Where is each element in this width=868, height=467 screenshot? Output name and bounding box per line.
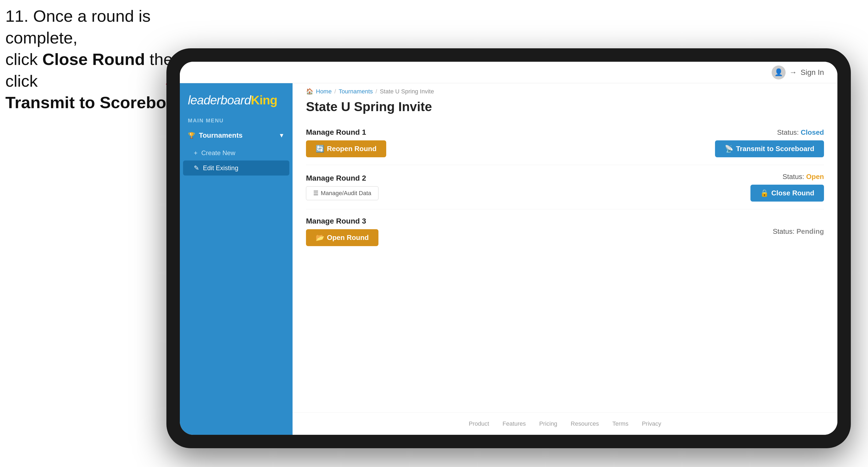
chevron-down-icon: ▼ (279, 132, 284, 139)
reopen-round-label: Reopen Round (327, 145, 377, 153)
sign-in-label[interactable]: Sign In (801, 68, 824, 77)
breadcrumb-current: State U Spring Invite (380, 88, 434, 95)
plus-icon: + (194, 149, 197, 157)
instruction-bold1: Close Round (42, 50, 145, 68)
breadcrumb-sep-2: / (375, 88, 377, 95)
breadcrumb-sep-1: / (334, 88, 336, 95)
round-2-right: Status: Open 🔒 Close Round (750, 173, 824, 201)
round-row-1: Manage Round 1 🔄 Reopen Round Status: Cl… (306, 121, 824, 165)
footer-resources[interactable]: Resources (570, 420, 599, 427)
manage-audit-label: Manage/Audit Data (321, 190, 371, 197)
round-2-left: Manage Round 2 ☰ Manage/Audit Data (306, 174, 378, 200)
page-title: State U Spring Invite (306, 99, 824, 114)
page-title-area: State U Spring Invite (292, 97, 837, 121)
sidebar-item-create-new[interactable]: + Create New (180, 146, 292, 160)
sign-in-area[interactable]: 👤 → Sign In (772, 65, 824, 80)
lock-icon: 🔒 (760, 189, 769, 197)
breadcrumb-tournaments[interactable]: Tournaments (339, 88, 373, 95)
manage-audit-button[interactable]: ☰ Manage/Audit Data (306, 186, 378, 200)
round-row-2: Manage Round 2 ☰ Manage/Audit Data Statu… (306, 165, 824, 209)
transmit-scoreboard-label: Transmit to Scoreboard (736, 145, 814, 153)
tablet-screen: 👤 → Sign In leaderboardKing MAIN MENU 🏆 … (180, 62, 837, 435)
footer-terms[interactable]: Terms (613, 420, 628, 427)
instruction-line1: 11. Once a round is complete, (5, 7, 151, 47)
sidebar: leaderboardKing MAIN MENU 🏆 Tournaments … (180, 83, 292, 435)
breadcrumb-home[interactable]: Home (316, 88, 332, 95)
top-bar: 👤 → Sign In (180, 62, 837, 83)
sidebar-item-tournaments[interactable]: 🏆 Tournaments ▼ (180, 126, 292, 145)
round-3-right: Status: Pending (773, 227, 824, 236)
open-round-label: Open Round (327, 234, 369, 242)
breadcrumb-home-icon: 🏠 (306, 88, 313, 95)
edit-existing-label: Edit Existing (203, 164, 238, 172)
footer: Product Features Pricing Resources Terms… (292, 412, 837, 435)
logo-area: leaderboardKing (180, 83, 292, 114)
create-new-label: Create New (201, 149, 236, 157)
sidebar-item-edit-existing[interactable]: ✎ Edit Existing (183, 160, 289, 176)
app-container: leaderboardKing MAIN MENU 🏆 Tournaments … (180, 83, 837, 435)
edit-icon: ✎ (194, 164, 199, 172)
round-row-3: Manage Round 3 📂 Open Round Status: Pend… (306, 209, 824, 254)
round-3-status: Status: Pending (773, 227, 824, 236)
footer-privacy[interactable]: Privacy (642, 420, 661, 427)
avatar: 👤 (772, 65, 785, 80)
round-2-status-value: Open (806, 173, 824, 181)
open-icon: 📂 (316, 234, 324, 242)
breadcrumb: 🏠 Home / Tournaments / State U Spring In… (292, 83, 837, 97)
round-3-status-value: Pending (796, 227, 824, 236)
round-1-left: Manage Round 1 🔄 Reopen Round (306, 128, 386, 157)
round-3-label: Manage Round 3 (306, 217, 378, 225)
rounds-area: Manage Round 1 🔄 Reopen Round Status: Cl… (292, 121, 837, 412)
audit-icon: ☰ (313, 190, 318, 197)
trophy-icon: 🏆 (188, 132, 195, 139)
footer-features[interactable]: Features (502, 420, 526, 427)
round-1-status: Status: Closed (777, 128, 824, 136)
round-2-label: Manage Round 2 (306, 174, 378, 183)
round-1-status-value: Closed (801, 128, 824, 136)
close-round-button[interactable]: 🔒 Close Round (750, 185, 824, 201)
round-1-right: Status: Closed 📡 Transmit to Scoreboard (715, 128, 824, 157)
reopen-round-button[interactable]: 🔄 Reopen Round (306, 141, 386, 157)
logo-plain: leaderboard (188, 93, 251, 107)
round-3-left: Manage Round 3 📂 Open Round (306, 217, 378, 246)
main-content: 🏠 Home / Tournaments / State U Spring In… (292, 83, 837, 435)
sign-in-arrow: → (789, 68, 797, 77)
round-1-label: Manage Round 1 (306, 128, 386, 136)
sidebar-sub-menu: + Create New ✎ Edit Existing (180, 146, 292, 176)
main-menu-label: MAIN MENU (180, 114, 292, 126)
tablet-device: 👤 → Sign In leaderboardKing MAIN MENU 🏆 … (166, 48, 851, 448)
footer-pricing[interactable]: Pricing (539, 420, 557, 427)
close-round-label: Close Round (771, 189, 814, 197)
open-round-button[interactable]: 📂 Open Round (306, 229, 378, 246)
logo-bold: King (251, 93, 277, 107)
instruction-line2: click Close Round then click (5, 50, 182, 90)
round-2-status: Status: Open (782, 173, 824, 181)
footer-product[interactable]: Product (469, 420, 489, 427)
transmit-scoreboard-button[interactable]: 📡 Transmit to Scoreboard (715, 141, 824, 157)
tournaments-label: Tournaments (199, 131, 243, 139)
reopen-icon: 🔄 (316, 145, 324, 153)
logo: leaderboardKing (188, 93, 284, 107)
transmit-icon: 📡 (725, 145, 733, 153)
